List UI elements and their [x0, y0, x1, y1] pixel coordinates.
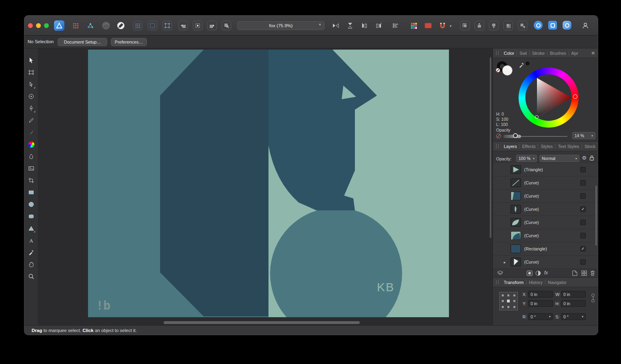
hue-marker[interactable]: [573, 94, 577, 99]
expander-icon[interactable]: ▸: [504, 260, 509, 264]
pencil-tool[interactable]: [26, 116, 36, 125]
chevron-down-icon[interactable]: ▾: [549, 315, 551, 318]
rotate-ccw-icon[interactable]: [360, 21, 369, 30]
connected-nodes-icon[interactable]: [86, 21, 95, 30]
group-icon[interactable]: [581, 270, 587, 276]
opacity-slider-knob[interactable]: [513, 133, 518, 138]
layer-checkbox[interactable]: [580, 220, 586, 225]
layer-thumbnail[interactable]: [511, 178, 521, 187]
horizontal-scrollbar[interactable]: [164, 321, 360, 324]
panel-drag-grip[interactable]: [496, 144, 499, 148]
tab-styles[interactable]: Styles: [538, 144, 555, 149]
ellipse-tool[interactable]: [26, 200, 36, 209]
layer-thumbnail[interactable]: [511, 258, 521, 266]
panel-menu-icon[interactable]: ≡: [598, 143, 598, 149]
insert-on-top-icon[interactable]: [207, 21, 217, 30]
transparency-tool[interactable]: [26, 152, 36, 161]
tab-effects[interactable]: Effects: [519, 144, 538, 149]
panel-drag-grip[interactable]: [496, 280, 499, 284]
panel-drag-grip[interactable]: [496, 51, 499, 55]
insert-behind-icon[interactable]: [178, 21, 188, 30]
pen-tool[interactable]: [26, 104, 36, 113]
tab-history[interactable]: History: [526, 280, 545, 285]
lock-icon[interactable]: [589, 155, 594, 161]
edit-selection-icon[interactable]: [222, 21, 231, 30]
arrange-back-icon[interactable]: [460, 21, 470, 30]
arrange-backward-icon[interactable]: [475, 21, 484, 30]
layer-row[interactable]: (Triangle): [493, 163, 598, 176]
rotate-cw-icon[interactable]: [374, 21, 384, 30]
tab-color[interactable]: Color: [501, 51, 517, 56]
tab-transform[interactable]: Transform: [501, 280, 526, 285]
eyedropper-icon[interactable]: [519, 62, 525, 68]
tab-navigator[interactable]: Navigator: [545, 280, 569, 285]
place-image-tool[interactable]: [26, 164, 36, 173]
layer-checkbox[interactable]: [580, 233, 586, 238]
layers-stack-icon[interactable]: [497, 270, 503, 276]
close-button[interactable]: [28, 23, 33, 28]
zoom-button[interactable]: [44, 23, 49, 28]
marquee-square-icon[interactable]: [148, 21, 157, 30]
vector-brush-tool[interactable]: [26, 128, 36, 137]
zoom-tool[interactable]: [26, 272, 36, 281]
layer-checkbox[interactable]: [580, 193, 586, 199]
account-icon[interactable]: [581, 21, 590, 30]
x-input[interactable]: [528, 291, 553, 298]
layer-thumbnail[interactable]: [511, 218, 521, 227]
saturation-marker[interactable]: [535, 115, 539, 119]
tab-swatches[interactable]: Swt: [517, 51, 529, 56]
layer-row[interactable]: (Curve): [493, 216, 598, 229]
adjustment-icon[interactable]: [535, 270, 541, 276]
mask-icon[interactable]: [527, 270, 533, 276]
layer-thumbnail[interactable]: [511, 244, 521, 253]
triangle-tool[interactable]: [26, 224, 36, 233]
saturation-triangle[interactable]: [519, 68, 579, 128]
pen-nib-circle-icon[interactable]: [116, 21, 126, 30]
layer-checkbox[interactable]: [580, 167, 586, 172]
layer-thumbnail[interactable]: [511, 192, 521, 200]
layer-row[interactable]: (Curve): [493, 176, 598, 190]
swatches-icon[interactable]: [409, 21, 419, 30]
transform-box-icon[interactable]: [162, 21, 172, 30]
no-opacity-icon[interactable]: [496, 134, 501, 138]
corner-tool[interactable]: [26, 92, 36, 101]
arrange-front-icon[interactable]: [503, 21, 513, 30]
snapping-options-caret[interactable]: ▾: [450, 24, 452, 28]
tab-stock[interactable]: Stock: [582, 144, 598, 149]
chevron-down-icon[interactable]: ▾: [582, 315, 583, 318]
node-tool[interactable]: [26, 80, 36, 89]
vector-crop-tool[interactable]: [26, 176, 36, 185]
trash-icon[interactable]: [590, 270, 595, 276]
color-chip-icon[interactable]: [423, 21, 433, 30]
link-wh-icon[interactable]: [591, 294, 595, 303]
arrange-forward-icon[interactable]: [489, 21, 499, 30]
new-layer-icon[interactable]: [572, 270, 577, 276]
sphere-icon[interactable]: [101, 21, 111, 30]
canvas-viewport[interactable]: KB !b: [38, 48, 493, 325]
layer-thumbnail[interactable]: [511, 165, 521, 174]
flip-vertical-icon[interactable]: [345, 21, 355, 30]
gear-icon[interactable]: ⚙: [582, 155, 587, 161]
layer-thumbnail[interactable]: [511, 205, 521, 214]
fill-tool[interactable]: [26, 140, 36, 149]
text-tool[interactable]: A: [26, 236, 36, 245]
h-input[interactable]: [561, 300, 586, 307]
rounded-rectangle-tool[interactable]: [26, 212, 36, 221]
alignment-icon[interactable]: [391, 21, 401, 30]
anchor-point-selector[interactable]: [499, 292, 518, 310]
tab-text-styles[interactable]: Text Styles: [555, 144, 581, 149]
layer-checkbox[interactable]: [580, 180, 586, 186]
insert-inside-icon[interactable]: [193, 21, 202, 30]
layer-checkbox[interactable]: [580, 259, 586, 265]
document-canvas[interactable]: KB !b: [88, 50, 449, 317]
layer-row[interactable]: ▸ (Curve): [493, 256, 598, 269]
fill-stroke-selector[interactable]: [497, 61, 519, 81]
layer-opacity-combo[interactable]: 100 % ▾: [516, 155, 537, 162]
color-wheel[interactable]: [519, 68, 579, 128]
document-setup-button[interactable]: Document Setup…: [58, 38, 107, 46]
fx-icon[interactable]: fx: [544, 270, 548, 276]
layer-thumbnail[interactable]: [511, 231, 521, 240]
minimize-button[interactable]: [36, 23, 41, 28]
tab-stroke[interactable]: Stroke: [529, 51, 547, 56]
layer-row[interactable]: (Curve): [493, 190, 598, 203]
